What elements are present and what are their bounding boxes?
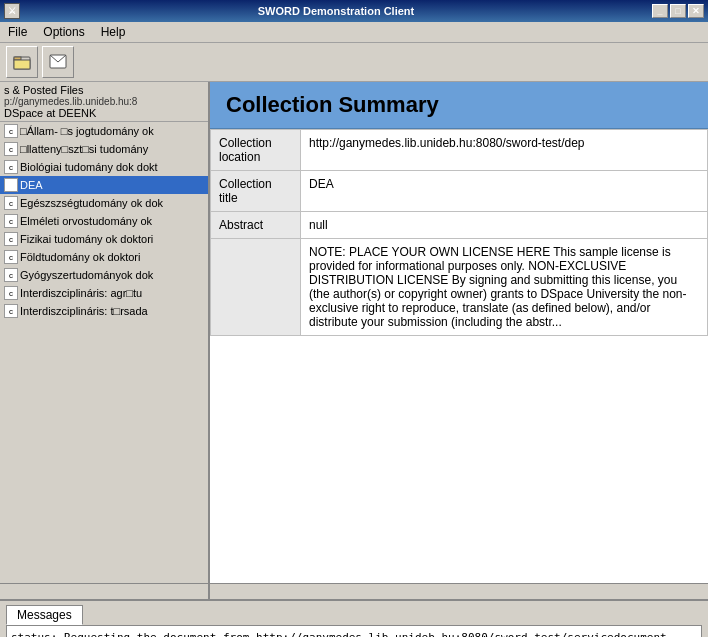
list-item[interactable]: c □llatteny□szt□si tudomány — [0, 140, 208, 158]
list-item[interactable]: c Interdiszciplináris: t□rsada — [0, 302, 208, 320]
abstract-value: null — [301, 212, 708, 239]
list-item-selected[interactable]: c DEA — [0, 176, 208, 194]
item-label: Biológiai tudomány dok dokt — [20, 161, 158, 173]
left-header-line1: s & Posted Files — [4, 84, 204, 96]
list-item[interactable]: c Fizikai tudomány ok doktori — [0, 230, 208, 248]
item-icon: c — [4, 124, 18, 138]
left-panel-header: s & Posted Files p://ganymedes.lib.unide… — [0, 82, 208, 122]
item-icon: c — [4, 268, 18, 282]
collection-location-label: Collection location — [211, 130, 301, 171]
item-icon: c — [4, 196, 18, 210]
title-bar: ⚔ SWORD Demonstration Client _ □ ✕ — [0, 0, 708, 22]
item-icon: c — [4, 286, 18, 300]
list-item[interactable]: c Elméleti orvostudomány ok — [0, 212, 208, 230]
main-area: s & Posted Files p://ganymedes.lib.unide… — [0, 82, 708, 599]
item-icon: c — [4, 304, 18, 318]
table-row: Collection location http://ganymedes.lib… — [211, 130, 708, 171]
item-label: Egészszségtudomány ok dok — [20, 197, 163, 209]
open-button[interactable] — [6, 46, 38, 78]
open-icon — [12, 52, 32, 72]
send-button[interactable] — [42, 46, 74, 78]
item-label: Interdiszciplináris: agr□tu — [20, 287, 142, 299]
item-label: Interdiszciplináris: t□rsada — [20, 305, 148, 317]
svg-rect-2 — [14, 60, 30, 69]
list-item[interactable]: c Földtudomány ok doktori — [0, 248, 208, 266]
right-panel: Collection Summary Collection location h… — [210, 82, 708, 599]
collection-title-value: DEA — [301, 171, 708, 212]
minimize-button[interactable]: _ — [652, 4, 668, 18]
close-button[interactable]: ✕ — [688, 4, 704, 18]
list-item[interactable]: c Biológiai tudomány dok dokt — [0, 158, 208, 176]
list-item[interactable]: c Egészszségtudomány ok dok — [0, 194, 208, 212]
item-label: Elméleti orvostudomány ok — [20, 215, 152, 227]
tree-list: c □Állam- □s jogtudomány ok c □llatteny□… — [0, 122, 208, 583]
menu-options[interactable]: Options — [39, 24, 88, 40]
item-icon: c — [4, 142, 18, 156]
menu-file[interactable]: File — [4, 24, 31, 40]
item-label: Fizikai tudomány ok doktori — [20, 233, 153, 245]
table-row: NOTE: PLACE YOUR OWN LICENSE HERE This s… — [211, 239, 708, 336]
item-label: □llatteny□szt□si tudomány — [20, 143, 148, 155]
menu-help[interactable]: Help — [97, 24, 130, 40]
list-item[interactable]: c Interdiszciplináris: agr□tu — [0, 284, 208, 302]
left-panel: s & Posted Files p://ganymedes.lib.unide… — [0, 82, 210, 599]
toolbar — [0, 43, 708, 82]
license-label — [211, 239, 301, 336]
table-row: Abstract null — [211, 212, 708, 239]
tab-messages[interactable]: Messages — [6, 605, 83, 625]
item-icon: c — [4, 214, 18, 228]
window-title: SWORD Demonstration Client — [20, 5, 652, 17]
collection-title-label: Collection title — [211, 171, 301, 212]
menu-bar: File Options Help — [0, 22, 708, 43]
app-icon: ⚔ — [4, 3, 20, 19]
left-scrollbar-horizontal[interactable] — [0, 583, 208, 599]
item-label: □Állam- □s jogtudomány ok — [20, 125, 154, 137]
list-item[interactable]: c □Állam- □s jogtudomány ok — [0, 122, 208, 140]
abstract-label: Abstract — [211, 212, 301, 239]
license-value: NOTE: PLACE YOUR OWN LICENSE HERE This s… — [301, 239, 708, 336]
messages-content[interactable]: status: Requesting the document from htt… — [6, 625, 702, 637]
tab-bar: Messages — [0, 601, 708, 625]
right-scroll-area[interactable]: Collection location http://ganymedes.lib… — [210, 129, 708, 583]
list-item[interactable]: c Gyógyszertudományok dok — [0, 266, 208, 284]
left-sub-header: DSpace at DEENK — [4, 107, 204, 119]
collection-location-value: http://ganymedes.lib.unideb.hu:8080/swor… — [301, 130, 708, 171]
table-row: Collection title DEA — [211, 171, 708, 212]
item-icon: c — [4, 178, 18, 192]
maximize-button[interactable]: □ — [670, 4, 686, 18]
item-label: Gyógyszertudományok dok — [20, 269, 153, 281]
item-label: Földtudomány ok doktori — [20, 251, 140, 263]
summary-table: Collection location http://ganymedes.lib… — [210, 129, 708, 336]
right-scrollbar-horizontal[interactable] — [210, 583, 708, 599]
window-controls: _ □ ✕ — [652, 4, 704, 18]
item-icon: c — [4, 232, 18, 246]
message-line: status: Requesting the document from htt… — [11, 630, 697, 637]
collection-summary-header: Collection Summary — [210, 82, 708, 129]
bottom-section: Messages status: Requesting the document… — [0, 599, 708, 637]
item-icon: c — [4, 160, 18, 174]
left-header-line2: p://ganymedes.lib.unideb.hu:8 — [4, 96, 204, 107]
send-icon — [48, 52, 68, 72]
item-label: DEA — [20, 179, 43, 191]
item-icon: c — [4, 250, 18, 264]
